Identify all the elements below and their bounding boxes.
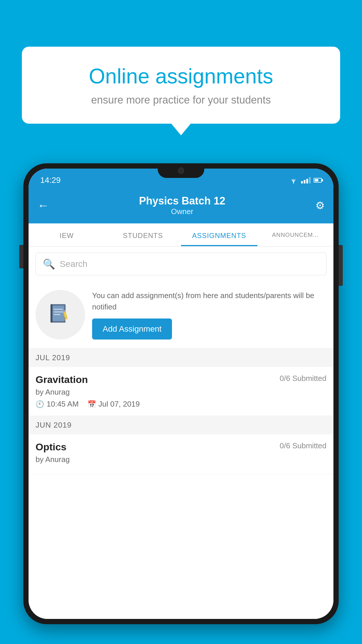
- svg-rect-4: [54, 312, 63, 312]
- settings-button[interactable]: ⚙: [315, 200, 325, 212]
- assignment-header-optics: Optics 0/6 Submitted: [36, 441, 326, 453]
- assignment-title-optics: Optics: [36, 441, 66, 453]
- assignment-date: 📅 Jul 07, 2019: [87, 400, 140, 409]
- assignment-by: by Anurag: [36, 388, 326, 397]
- wifi-icon: [289, 177, 298, 183]
- tab-iew[interactable]: IEW: [29, 223, 105, 246]
- tab-assignments[interactable]: ASSIGNMENTS: [181, 223, 257, 246]
- phone-screen: 14:29: [29, 169, 333, 619]
- signal-icon: [301, 177, 311, 183]
- calendar-icon: 📅: [87, 400, 96, 408]
- tab-students[interactable]: STUDENTS: [105, 223, 181, 246]
- front-camera: [178, 167, 184, 174]
- app-bar-title: Physics Batch 12: [49, 195, 315, 207]
- search-placeholder: Search: [60, 259, 87, 269]
- phone-container: 14:29: [23, 163, 339, 644]
- assignment-title: Gravitation: [36, 374, 88, 385]
- assignment-time: 🕙 10:45 AM: [36, 400, 79, 409]
- assignment-date-value: Jul 07, 2019: [99, 400, 140, 409]
- assignment-by-optics: by Anurag: [36, 455, 326, 464]
- tabs-bar: IEW STUDENTS ASSIGNMENTS ANNOUNCEM...: [29, 223, 333, 247]
- clock-icon: 🕙: [36, 400, 44, 408]
- app-bar-title-container: Physics Batch 12 Owner: [49, 195, 315, 216]
- app-bar: ← Physics Batch 12 Owner ⚙: [29, 189, 333, 223]
- search-icon: 🔍: [43, 258, 55, 270]
- promo-right: You can add assignment(s) from here and …: [92, 290, 326, 340]
- assignment-item-gravitation[interactable]: Gravitation 0/6 Submitted by Anurag 🕙 10…: [29, 367, 333, 416]
- search-container: 🔍 Search: [29, 247, 333, 281]
- phone-outer: 14:29: [23, 163, 339, 624]
- svg-rect-6: [50, 304, 52, 323]
- assignment-header: Gravitation 0/6 Submitted: [36, 374, 326, 385]
- app-bar-subtitle: Owner: [49, 207, 315, 216]
- assignment-time-value: 10:45 AM: [47, 400, 79, 409]
- month-header-jun: JUN 2019: [29, 416, 333, 434]
- speech-bubble-title: Online assignments: [42, 64, 320, 88]
- notebook-icon: [47, 302, 73, 328]
- speech-bubble: Online assignments ensure more practice …: [22, 47, 340, 124]
- add-assignment-button[interactable]: Add Assignment: [92, 318, 172, 340]
- svg-rect-5: [54, 314, 61, 315]
- svg-rect-3: [54, 309, 63, 310]
- svg-rect-2: [52, 306, 64, 321]
- speech-bubble-subtitle: ensure more practice for your students: [42, 94, 320, 106]
- status-icons: [289, 177, 322, 183]
- back-button[interactable]: ←: [37, 199, 49, 212]
- month-header-jul: JUL 2019: [29, 349, 333, 367]
- assignment-submitted: 0/6 Submitted: [280, 374, 326, 383]
- content-area: 🔍 Search: [29, 247, 333, 619]
- search-bar[interactable]: 🔍 Search: [36, 253, 326, 275]
- assignment-meta: 🕙 10:45 AM 📅 Jul 07, 2019: [36, 400, 326, 409]
- phone-notch: [158, 163, 204, 178]
- svg-point-0: [293, 182, 294, 183]
- promo-icon-circle: [36, 290, 85, 340]
- status-time: 14:29: [40, 176, 61, 185]
- speech-bubble-container: Online assignments ensure more practice …: [22, 47, 340, 124]
- promo-section: You can add assignment(s) from here and …: [29, 281, 333, 349]
- tab-announcements[interactable]: ANNOUNCEM...: [257, 223, 334, 246]
- assignment-submitted-optics: 0/6 Submitted: [280, 441, 326, 450]
- battery-icon: [314, 178, 322, 183]
- promo-text: You can add assignment(s) from here and …: [92, 290, 326, 313]
- assignment-item-optics[interactable]: Optics 0/6 Submitted by Anurag: [29, 434, 333, 474]
